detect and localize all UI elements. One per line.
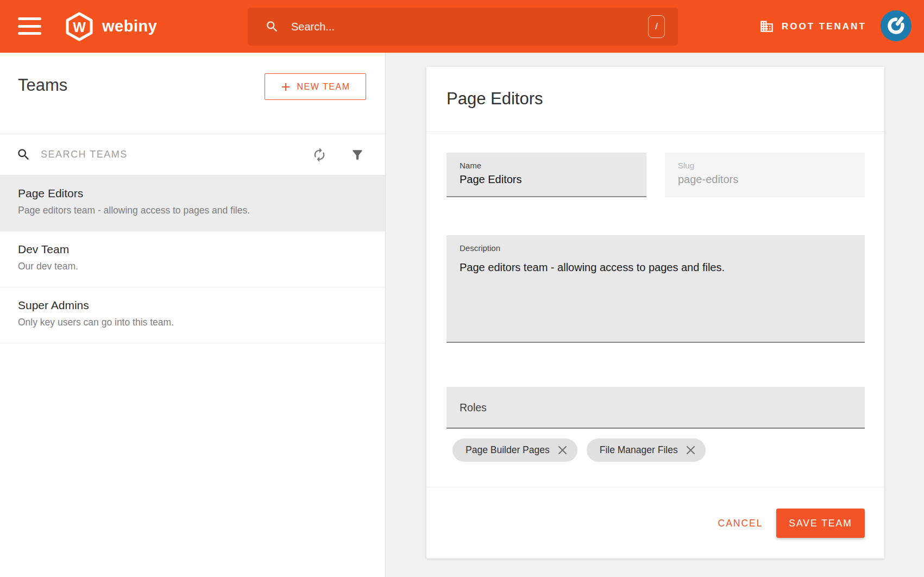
name-field[interactable]: Name [447,153,646,197]
global-search[interactable]: / [248,8,678,46]
cancel-button[interactable]: CANCEL [711,509,770,538]
page-title: Teams [18,76,67,95]
divider [426,131,884,132]
team-description: Page editors team - allowing access to p… [18,205,367,216]
name-field-label: Name [460,161,481,170]
filter-icon [350,148,364,162]
team-description: Only key users can go into this team. [18,317,367,328]
teams-search-bar [0,134,385,175]
brand-name: webiny [102,17,157,35]
new-team-button[interactable]: NEW TEAM [265,73,366,100]
save-team-button[interactable]: SAVE TEAM [776,509,865,538]
chip-label: File Manager Files [600,444,678,456]
team-form-card: Page Editors Name Slug Description Page … [426,67,884,559]
description-textarea[interactable]: Page editors team - allowing access to p… [460,260,851,331]
team-list: Page Editors Page editors team - allowin… [0,175,385,343]
webiny-logo-icon: W [65,12,94,41]
team-detail-panel: Page Editors Name Slug Description Page … [386,53,924,577]
team-list-item-dev-team[interactable]: Dev Team Our dev team. [0,231,385,287]
close-icon [557,445,568,455]
search-shortcut-hint: / [648,15,665,38]
description-field-label: Description [460,243,500,253]
teams-search-input[interactable] [41,149,258,160]
role-chip-page-builder-pages: Page Builder Pages [452,438,577,462]
teams-sidebar: Teams NEW TEAM Page Editors Page editors [0,53,386,577]
role-chips: Page Builder Pages File Manager Files [452,438,706,462]
slug-field: Slug [665,153,865,197]
plus-icon [281,82,291,92]
description-field[interactable]: Description Page editors team - allowing… [447,235,865,343]
brand[interactable]: W webiny [65,0,157,53]
slug-input [678,173,852,186]
form-title: Page Editors [447,89,543,109]
name-input[interactable] [460,173,633,186]
chip-label: Page Builder Pages [466,444,550,456]
team-list-item-super-admins[interactable]: Super Admins Only key users can go into … [0,287,385,343]
app-header: W webiny / ROOT TENANT [0,0,924,53]
team-name: Super Admins [18,287,367,312]
building-icon [759,19,774,34]
filter-button[interactable] [350,148,364,162]
tenant-label: ROOT TENANT [782,21,866,32]
hamburger-menu-button[interactable] [18,17,41,35]
team-list-item-page-editors[interactable]: Page Editors Page editors team - allowin… [0,175,385,231]
search-icon [265,20,279,34]
refresh-icon [312,147,327,162]
refresh-button[interactable] [312,147,327,162]
roles-field-label: Roles [460,402,487,414]
team-name: Dev Team [18,231,367,256]
roles-field[interactable]: Roles [447,387,865,429]
close-icon [686,445,696,455]
tenant-selector[interactable]: ROOT TENANT [759,0,866,53]
team-name: Page Editors [18,175,367,200]
global-search-input[interactable] [291,21,648,33]
svg-text:W: W [73,20,86,35]
remove-role-button[interactable] [686,445,696,455]
role-chip-file-manager-files: File Manager Files [587,438,706,462]
divider [426,487,884,487]
remove-role-button[interactable] [557,445,568,455]
team-description: Our dev team. [18,261,367,272]
user-avatar[interactable] [881,10,912,41]
search-icon [16,147,31,162]
slug-field-label: Slug [678,161,694,170]
